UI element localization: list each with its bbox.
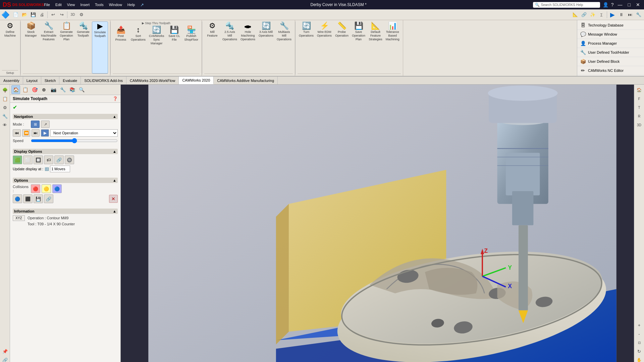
2axis-btn[interactable]: 🔩 2.5 AxisMillOperations xyxy=(221,21,238,74)
nav-last-btn[interactable]: ⏭ xyxy=(32,129,40,137)
cam-tree-btn[interactable]: 🔧 xyxy=(1,112,9,120)
display-btn[interactable]: 👁 xyxy=(1,121,9,129)
user-icon[interactable]: 👤 xyxy=(603,2,608,7)
mill-feature-btn[interactable]: ⚙ MillFeature xyxy=(204,21,220,74)
extract-btn[interactable]: 🔧 ExtractMachinableFeatures xyxy=(40,21,58,74)
menu-view[interactable]: View xyxy=(67,3,75,7)
menu-window[interactable]: Window xyxy=(109,3,122,7)
qa-pause[interactable]: ⏸ xyxy=(617,11,625,19)
help-icon[interactable]: ↗ xyxy=(140,2,144,7)
update-value-input[interactable] xyxy=(50,166,70,172)
tab-evaluate[interactable]: Evaluate xyxy=(59,77,81,84)
generate-tp-btn[interactable]: 🔩 GenerateToolpath xyxy=(75,21,91,74)
collision-red-btn[interactable]: 🔴 xyxy=(31,184,40,193)
view-fit[interactable]: ⊡ xyxy=(635,338,643,347)
qa-save[interactable]: 💾 xyxy=(29,11,37,19)
display-tag-btn[interactable]: 🏷 xyxy=(44,155,53,164)
view-front-btn[interactable]: F xyxy=(635,95,643,103)
panel-icon-tool[interactable]: 🔧 xyxy=(58,85,67,94)
tab-camworks-2020[interactable]: CAMWorks 2020 xyxy=(179,77,214,84)
display-link-btn[interactable]: 🔗 xyxy=(54,155,64,164)
display-section-header[interactable]: Display Options ▲ xyxy=(13,149,118,154)
view-3d-btn[interactable]: 3D xyxy=(635,121,643,129)
qa-undo[interactable]: ↩ xyxy=(49,11,57,19)
tab-camworks-workflow[interactable]: CAMWorks 2020-WorkFlow xyxy=(126,77,179,84)
stock-manager-btn[interactable]: 📦 StockManager xyxy=(23,21,39,74)
panel-icon-home[interactable]: 🏠 xyxy=(11,85,20,94)
qa-step[interactable]: ⏭ xyxy=(626,11,634,19)
display-wire-btn[interactable]: ⬜ xyxy=(23,155,33,164)
qa-play[interactable]: ▶ xyxy=(608,11,616,19)
multiaxis-btn[interactable]: 🔧 MultiaxisMillOperations xyxy=(275,21,293,74)
option-square-btn[interactable]: ⬛ xyxy=(23,194,33,203)
user-block-item[interactable]: 📦 User Defined Block xyxy=(577,57,644,66)
tab-layout[interactable]: Layout xyxy=(23,77,41,84)
process-manager-item[interactable]: 👤 Process Manager xyxy=(577,39,644,48)
options-close-btn[interactable]: ✕ xyxy=(109,195,118,203)
wire-edm-btn[interactable]: ⚡ Wire EDMOperations xyxy=(316,21,333,74)
view-home-btn[interactable]: 🏠 xyxy=(635,86,643,94)
qa-open[interactable]: 📂 xyxy=(20,11,29,19)
simulate-btn[interactable]: ▶ SimulateToolpath xyxy=(92,21,108,74)
qa-redo[interactable]: ↪ xyxy=(58,11,66,19)
tab-solidworks-addins[interactable]: SOLIDWORKS Add-Ins xyxy=(81,77,126,84)
generate-op-btn[interactable]: 📋 GenerateOperationPlan xyxy=(58,21,74,74)
qa-smart[interactable]: ✨ xyxy=(589,11,597,19)
nav-operation-select[interactable]: Next Operation All Operations Current Op… xyxy=(50,129,118,137)
save-op-btn[interactable]: 💾 SaveOperationPlan xyxy=(351,21,367,74)
define-machine-btn[interactable]: ⚙ DefineMachine xyxy=(2,21,18,70)
panel-help-btn[interactable]: ❓ xyxy=(113,96,118,101)
default-feat-btn[interactable]: 📐 DefaultFeatureStrategies xyxy=(367,21,384,74)
save-cl-btn[interactable]: 💾 Save CLFile xyxy=(166,26,182,74)
panel-icon-list[interactable]: 📋 xyxy=(21,85,30,94)
publish-btn[interactable]: 🏪 PublishShopFloor xyxy=(183,26,200,74)
3axis-btn[interactable]: 🔄 3 Axis MillOperations xyxy=(257,21,275,74)
tab-assembly[interactable]: Assembly xyxy=(0,77,23,84)
search-bar[interactable]: 🔍 Search SOLIDWORKS Help xyxy=(533,2,600,8)
display-circle-btn[interactable]: 🔘 xyxy=(65,155,74,164)
nav-section-header[interactable]: Navigation ▲ xyxy=(13,114,118,119)
qa-ref[interactable]: 🔗 xyxy=(580,11,588,19)
nc-editor-item[interactable]: ✏ CAMWorks NC Editor xyxy=(577,66,644,75)
accept-btn[interactable]: ✔ xyxy=(10,103,120,112)
menu-insert[interactable]: Insert xyxy=(80,3,90,7)
option-link-btn[interactable]: 🔗 xyxy=(44,194,53,203)
collision-yellow-btn[interactable]: 🟡 xyxy=(42,184,51,193)
qa-measure[interactable]: 📐 xyxy=(571,11,579,19)
mode-grid-icon[interactable]: ⊞ xyxy=(31,121,40,128)
nav-first-btn[interactable]: ⏮ xyxy=(13,129,21,137)
view-right-btn[interactable]: R xyxy=(635,112,643,120)
view-rotate[interactable]: ↻ xyxy=(635,347,643,355)
info-section-header[interactable]: Information ▲ xyxy=(13,209,118,214)
question-icon[interactable]: ? xyxy=(611,2,614,7)
view-zoom-in[interactable]: + xyxy=(635,321,643,329)
qa-settings[interactable]: ⚙ xyxy=(77,11,86,19)
menu-edit[interactable]: Edit xyxy=(55,3,62,7)
nav-prev-btn[interactable]: ⏪ xyxy=(22,129,30,137)
sync-btn[interactable]: 🔄 CAMWorksSyncManager xyxy=(148,26,165,74)
panel-icon-target[interactable]: 🎯 xyxy=(30,85,39,94)
snap-btn[interactable]: 📌 xyxy=(1,347,9,355)
tool-holder-item[interactable]: 🔧 User Defined Tool/Holder xyxy=(577,48,644,57)
qa-cam[interactable]: 🔧 xyxy=(635,11,643,19)
probe-btn[interactable]: 📏 ProbeOperation xyxy=(334,21,350,74)
post-process-btn[interactable]: 📤 PostProcess xyxy=(113,26,129,74)
feature-tree-btn[interactable]: 🌳 xyxy=(1,86,9,94)
mode-arrow-icon[interactable]: ↗ xyxy=(41,121,50,128)
panel-icon-layers[interactable]: 📚 xyxy=(68,85,76,94)
tech-db-item[interactable]: 🗄 Technology Database xyxy=(577,21,644,30)
turn-btn[interactable]: 🔄 TurnOperations xyxy=(298,21,315,74)
ref-btn[interactable]: 🔗 xyxy=(1,356,9,362)
view-zoom-out[interactable]: - xyxy=(635,330,643,338)
view-top-btn[interactable]: T xyxy=(635,103,643,111)
display-section-btn[interactable]: 🔲 xyxy=(34,155,43,164)
display-solid-btn[interactable]: 🟩 xyxy=(13,155,22,164)
menu-file[interactable]: File xyxy=(44,3,50,7)
message-window-item[interactable]: 💬 Message Window xyxy=(577,30,644,39)
maximize-btn[interactable]: □ xyxy=(627,2,632,7)
close-btn[interactable]: ✕ xyxy=(635,2,641,7)
property-btn[interactable]: 📋 xyxy=(1,95,9,103)
hole-btn[interactable]: 🕳 HoleMachiningOperations xyxy=(239,21,257,74)
option-ball-btn[interactable]: 🔵 xyxy=(13,194,22,203)
menu-tools[interactable]: Tools xyxy=(95,3,104,7)
